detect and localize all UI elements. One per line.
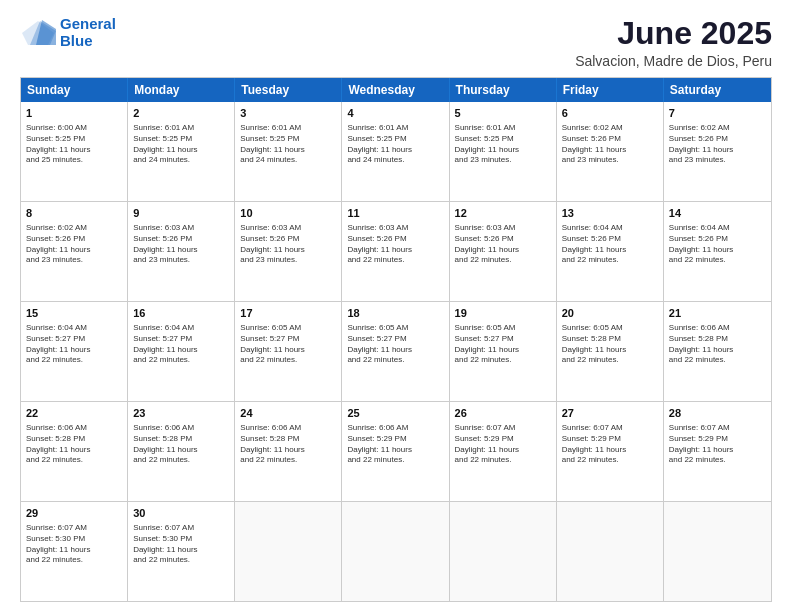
calendar-cell: 19Sunrise: 6:05 AM Sunset: 5:27 PM Dayli… bbox=[450, 302, 557, 401]
day-number: 6 bbox=[562, 106, 658, 121]
calendar-cell: 30Sunrise: 6:07 AM Sunset: 5:30 PM Dayli… bbox=[128, 502, 235, 601]
calendar-cell: 3Sunrise: 6:01 AM Sunset: 5:25 PM Daylig… bbox=[235, 102, 342, 201]
calendar-cell bbox=[664, 502, 771, 601]
day-info: Sunrise: 6:03 AM Sunset: 5:26 PM Dayligh… bbox=[347, 223, 443, 266]
calendar-cell: 25Sunrise: 6:06 AM Sunset: 5:29 PM Dayli… bbox=[342, 402, 449, 501]
day-number: 17 bbox=[240, 306, 336, 321]
calendar-cell: 9Sunrise: 6:03 AM Sunset: 5:26 PM Daylig… bbox=[128, 202, 235, 301]
day-number: 27 bbox=[562, 406, 658, 421]
calendar-row-3: 22Sunrise: 6:06 AM Sunset: 5:28 PM Dayli… bbox=[21, 401, 771, 501]
day-info: Sunrise: 6:07 AM Sunset: 5:29 PM Dayligh… bbox=[562, 423, 658, 466]
calendar-cell: 22Sunrise: 6:06 AM Sunset: 5:28 PM Dayli… bbox=[21, 402, 128, 501]
calendar-cell: 8Sunrise: 6:02 AM Sunset: 5:26 PM Daylig… bbox=[21, 202, 128, 301]
calendar-cell: 16Sunrise: 6:04 AM Sunset: 5:27 PM Dayli… bbox=[128, 302, 235, 401]
day-number: 16 bbox=[133, 306, 229, 321]
day-number: 1 bbox=[26, 106, 122, 121]
day-info: Sunrise: 6:04 AM Sunset: 5:27 PM Dayligh… bbox=[26, 323, 122, 366]
calendar-row-4: 29Sunrise: 6:07 AM Sunset: 5:30 PM Dayli… bbox=[21, 501, 771, 601]
day-number: 11 bbox=[347, 206, 443, 221]
day-number: 7 bbox=[669, 106, 766, 121]
calendar-cell: 13Sunrise: 6:04 AM Sunset: 5:26 PM Dayli… bbox=[557, 202, 664, 301]
calendar-cell: 27Sunrise: 6:07 AM Sunset: 5:29 PM Dayli… bbox=[557, 402, 664, 501]
day-number: 15 bbox=[26, 306, 122, 321]
day-info: Sunrise: 6:06 AM Sunset: 5:29 PM Dayligh… bbox=[347, 423, 443, 466]
calendar-cell: 18Sunrise: 6:05 AM Sunset: 5:27 PM Dayli… bbox=[342, 302, 449, 401]
calendar-cell: 4Sunrise: 6:01 AM Sunset: 5:25 PM Daylig… bbox=[342, 102, 449, 201]
day-number: 19 bbox=[455, 306, 551, 321]
calendar-cell: 28Sunrise: 6:07 AM Sunset: 5:29 PM Dayli… bbox=[664, 402, 771, 501]
calendar-cell bbox=[342, 502, 449, 601]
title-block: June 2025 Salvacion, Madre de Dios, Peru bbox=[575, 16, 772, 69]
day-info: Sunrise: 6:06 AM Sunset: 5:28 PM Dayligh… bbox=[26, 423, 122, 466]
day-info: Sunrise: 6:01 AM Sunset: 5:25 PM Dayligh… bbox=[133, 123, 229, 166]
calendar-cell: 26Sunrise: 6:07 AM Sunset: 5:29 PM Dayli… bbox=[450, 402, 557, 501]
calendar-row-1: 8Sunrise: 6:02 AM Sunset: 5:26 PM Daylig… bbox=[21, 201, 771, 301]
day-info: Sunrise: 6:03 AM Sunset: 5:26 PM Dayligh… bbox=[133, 223, 229, 266]
day-info: Sunrise: 6:02 AM Sunset: 5:26 PM Dayligh… bbox=[26, 223, 122, 266]
logo-general: General bbox=[60, 15, 116, 32]
day-info: Sunrise: 6:07 AM Sunset: 5:29 PM Dayligh… bbox=[669, 423, 766, 466]
day-info: Sunrise: 6:03 AM Sunset: 5:26 PM Dayligh… bbox=[240, 223, 336, 266]
day-number: 18 bbox=[347, 306, 443, 321]
calendar-row-2: 15Sunrise: 6:04 AM Sunset: 5:27 PM Dayli… bbox=[21, 301, 771, 401]
day-info: Sunrise: 6:06 AM Sunset: 5:28 PM Dayligh… bbox=[133, 423, 229, 466]
day-number: 23 bbox=[133, 406, 229, 421]
header: General Blue June 2025 Salvacion, Madre … bbox=[20, 16, 772, 69]
day-info: Sunrise: 6:03 AM Sunset: 5:26 PM Dayligh… bbox=[455, 223, 551, 266]
calendar-cell: 15Sunrise: 6:04 AM Sunset: 5:27 PM Dayli… bbox=[21, 302, 128, 401]
calendar-cell: 23Sunrise: 6:06 AM Sunset: 5:28 PM Dayli… bbox=[128, 402, 235, 501]
calendar-cell: 11Sunrise: 6:03 AM Sunset: 5:26 PM Dayli… bbox=[342, 202, 449, 301]
calendar: SundayMondayTuesdayWednesdayThursdayFrid… bbox=[20, 77, 772, 602]
calendar-row-0: 1Sunrise: 6:00 AM Sunset: 5:25 PM Daylig… bbox=[21, 102, 771, 201]
day-number: 13 bbox=[562, 206, 658, 221]
calendar-body: 1Sunrise: 6:00 AM Sunset: 5:25 PM Daylig… bbox=[21, 102, 771, 601]
day-info: Sunrise: 6:05 AM Sunset: 5:27 PM Dayligh… bbox=[455, 323, 551, 366]
calendar-cell: 7Sunrise: 6:02 AM Sunset: 5:26 PM Daylig… bbox=[664, 102, 771, 201]
day-number: 9 bbox=[133, 206, 229, 221]
calendar-cell: 14Sunrise: 6:04 AM Sunset: 5:26 PM Dayli… bbox=[664, 202, 771, 301]
calendar-cell: 2Sunrise: 6:01 AM Sunset: 5:25 PM Daylig… bbox=[128, 102, 235, 201]
day-number: 10 bbox=[240, 206, 336, 221]
day-number: 24 bbox=[240, 406, 336, 421]
day-number: 14 bbox=[669, 206, 766, 221]
day-number: 30 bbox=[133, 506, 229, 521]
weekday-header-tuesday: Tuesday bbox=[235, 78, 342, 102]
day-number: 12 bbox=[455, 206, 551, 221]
day-number: 25 bbox=[347, 406, 443, 421]
weekday-header-monday: Monday bbox=[128, 78, 235, 102]
weekday-header-saturday: Saturday bbox=[664, 78, 771, 102]
weekday-header-sunday: Sunday bbox=[21, 78, 128, 102]
weekday-header-friday: Friday bbox=[557, 78, 664, 102]
day-info: Sunrise: 6:04 AM Sunset: 5:26 PM Dayligh… bbox=[562, 223, 658, 266]
day-info: Sunrise: 6:07 AM Sunset: 5:29 PM Dayligh… bbox=[455, 423, 551, 466]
day-info: Sunrise: 6:04 AM Sunset: 5:27 PM Dayligh… bbox=[133, 323, 229, 366]
logo-blue: Blue bbox=[60, 32, 93, 49]
calendar-cell: 24Sunrise: 6:06 AM Sunset: 5:28 PM Dayli… bbox=[235, 402, 342, 501]
day-number: 5 bbox=[455, 106, 551, 121]
logo-text: General Blue bbox=[60, 16, 116, 49]
calendar-cell bbox=[450, 502, 557, 601]
calendar-cell: 10Sunrise: 6:03 AM Sunset: 5:26 PM Dayli… bbox=[235, 202, 342, 301]
day-info: Sunrise: 6:02 AM Sunset: 5:26 PM Dayligh… bbox=[562, 123, 658, 166]
calendar-cell: 29Sunrise: 6:07 AM Sunset: 5:30 PM Dayli… bbox=[21, 502, 128, 601]
page: General Blue June 2025 Salvacion, Madre … bbox=[0, 0, 792, 612]
day-info: Sunrise: 6:05 AM Sunset: 5:28 PM Dayligh… bbox=[562, 323, 658, 366]
day-number: 29 bbox=[26, 506, 122, 521]
day-info: Sunrise: 6:06 AM Sunset: 5:28 PM Dayligh… bbox=[240, 423, 336, 466]
calendar-cell: 12Sunrise: 6:03 AM Sunset: 5:26 PM Dayli… bbox=[450, 202, 557, 301]
calendar-cell: 1Sunrise: 6:00 AM Sunset: 5:25 PM Daylig… bbox=[21, 102, 128, 201]
day-info: Sunrise: 6:06 AM Sunset: 5:28 PM Dayligh… bbox=[669, 323, 766, 366]
calendar-cell: 5Sunrise: 6:01 AM Sunset: 5:25 PM Daylig… bbox=[450, 102, 557, 201]
day-info: Sunrise: 6:05 AM Sunset: 5:27 PM Dayligh… bbox=[240, 323, 336, 366]
day-info: Sunrise: 6:02 AM Sunset: 5:26 PM Dayligh… bbox=[669, 123, 766, 166]
day-number: 20 bbox=[562, 306, 658, 321]
logo-icon bbox=[20, 19, 56, 47]
day-number: 4 bbox=[347, 106, 443, 121]
calendar-cell: 20Sunrise: 6:05 AM Sunset: 5:28 PM Dayli… bbox=[557, 302, 664, 401]
day-info: Sunrise: 6:01 AM Sunset: 5:25 PM Dayligh… bbox=[347, 123, 443, 166]
day-number: 21 bbox=[669, 306, 766, 321]
day-info: Sunrise: 6:07 AM Sunset: 5:30 PM Dayligh… bbox=[133, 523, 229, 566]
day-info: Sunrise: 6:00 AM Sunset: 5:25 PM Dayligh… bbox=[26, 123, 122, 166]
day-number: 2 bbox=[133, 106, 229, 121]
day-info: Sunrise: 6:01 AM Sunset: 5:25 PM Dayligh… bbox=[455, 123, 551, 166]
